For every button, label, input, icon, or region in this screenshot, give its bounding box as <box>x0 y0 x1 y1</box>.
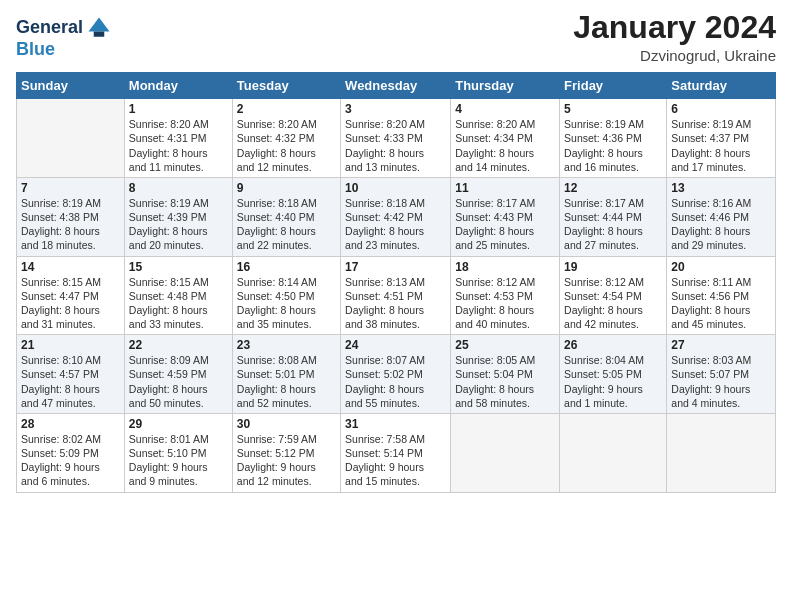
subtitle: Dzvinogrud, Ukraine <box>573 47 776 64</box>
calendar-cell: 11Sunrise: 8:17 AMSunset: 4:43 PMDayligh… <box>451 177 560 256</box>
day-info: Sunrise: 8:19 AMSunset: 4:37 PMDaylight:… <box>671 117 771 174</box>
calendar-cell: 7Sunrise: 8:19 AMSunset: 4:38 PMDaylight… <box>17 177 125 256</box>
day-info: Sunrise: 8:07 AMSunset: 5:02 PMDaylight:… <box>345 353 446 410</box>
weekday-header: Monday <box>124 73 232 99</box>
day-info: Sunrise: 8:03 AMSunset: 5:07 PMDaylight:… <box>671 353 771 410</box>
calendar-cell: 19Sunrise: 8:12 AMSunset: 4:54 PMDayligh… <box>560 256 667 335</box>
day-number: 26 <box>564 338 662 352</box>
day-info: Sunrise: 7:58 AMSunset: 5:14 PMDaylight:… <box>345 432 446 489</box>
day-number: 15 <box>129 260 228 274</box>
day-info: Sunrise: 8:20 AMSunset: 4:31 PMDaylight:… <box>129 117 228 174</box>
calendar-cell: 4Sunrise: 8:20 AMSunset: 4:34 PMDaylight… <box>451 99 560 178</box>
day-info: Sunrise: 8:08 AMSunset: 5:01 PMDaylight:… <box>237 353 336 410</box>
main-title: January 2024 <box>573 10 776 45</box>
day-number: 29 <box>129 417 228 431</box>
day-info: Sunrise: 8:13 AMSunset: 4:51 PMDaylight:… <box>345 275 446 332</box>
day-info: Sunrise: 8:05 AMSunset: 5:04 PMDaylight:… <box>455 353 555 410</box>
day-info: Sunrise: 8:02 AMSunset: 5:09 PMDaylight:… <box>21 432 120 489</box>
calendar-cell <box>667 413 776 492</box>
day-info: Sunrise: 8:15 AMSunset: 4:48 PMDaylight:… <box>129 275 228 332</box>
day-number: 7 <box>21 181 120 195</box>
calendar-cell: 21Sunrise: 8:10 AMSunset: 4:57 PMDayligh… <box>17 335 125 414</box>
calendar-cell: 13Sunrise: 8:16 AMSunset: 4:46 PMDayligh… <box>667 177 776 256</box>
calendar-cell: 20Sunrise: 8:11 AMSunset: 4:56 PMDayligh… <box>667 256 776 335</box>
day-info: Sunrise: 7:59 AMSunset: 5:12 PMDaylight:… <box>237 432 336 489</box>
calendar-cell: 9Sunrise: 8:18 AMSunset: 4:40 PMDaylight… <box>232 177 340 256</box>
day-number: 27 <box>671 338 771 352</box>
day-number: 11 <box>455 181 555 195</box>
calendar-cell: 17Sunrise: 8:13 AMSunset: 4:51 PMDayligh… <box>341 256 451 335</box>
calendar-row: 1Sunrise: 8:20 AMSunset: 4:31 PMDaylight… <box>17 99 776 178</box>
logo-text2: Blue <box>16 40 55 60</box>
page: General Blue January 2024 Dzvinogrud, Uk… <box>0 0 792 612</box>
calendar-cell: 6Sunrise: 8:19 AMSunset: 4:37 PMDaylight… <box>667 99 776 178</box>
day-number: 16 <box>237 260 336 274</box>
svg-rect-1 <box>94 32 105 37</box>
day-info: Sunrise: 8:20 AMSunset: 4:34 PMDaylight:… <box>455 117 555 174</box>
logo-text: General <box>16 18 83 38</box>
day-info: Sunrise: 8:20 AMSunset: 4:33 PMDaylight:… <box>345 117 446 174</box>
day-info: Sunrise: 8:11 AMSunset: 4:56 PMDaylight:… <box>671 275 771 332</box>
weekday-header: Wednesday <box>341 73 451 99</box>
calendar-cell: 16Sunrise: 8:14 AMSunset: 4:50 PMDayligh… <box>232 256 340 335</box>
calendar-cell: 2Sunrise: 8:20 AMSunset: 4:32 PMDaylight… <box>232 99 340 178</box>
day-number: 6 <box>671 102 771 116</box>
day-number: 1 <box>129 102 228 116</box>
calendar-cell: 18Sunrise: 8:12 AMSunset: 4:53 PMDayligh… <box>451 256 560 335</box>
logo: General Blue <box>16 14 113 60</box>
day-info: Sunrise: 8:12 AMSunset: 4:53 PMDaylight:… <box>455 275 555 332</box>
day-info: Sunrise: 8:14 AMSunset: 4:50 PMDaylight:… <box>237 275 336 332</box>
day-info: Sunrise: 8:20 AMSunset: 4:32 PMDaylight:… <box>237 117 336 174</box>
title-block: January 2024 Dzvinogrud, Ukraine <box>573 10 776 64</box>
day-number: 4 <box>455 102 555 116</box>
calendar-cell: 5Sunrise: 8:19 AMSunset: 4:36 PMDaylight… <box>560 99 667 178</box>
weekday-header: Thursday <box>451 73 560 99</box>
logo-icon <box>85 14 113 42</box>
calendar-cell: 25Sunrise: 8:05 AMSunset: 5:04 PMDayligh… <box>451 335 560 414</box>
calendar-cell: 10Sunrise: 8:18 AMSunset: 4:42 PMDayligh… <box>341 177 451 256</box>
day-number: 21 <box>21 338 120 352</box>
day-number: 10 <box>345 181 446 195</box>
calendar-cell: 15Sunrise: 8:15 AMSunset: 4:48 PMDayligh… <box>124 256 232 335</box>
calendar-row: 7Sunrise: 8:19 AMSunset: 4:38 PMDaylight… <box>17 177 776 256</box>
day-info: Sunrise: 8:09 AMSunset: 4:59 PMDaylight:… <box>129 353 228 410</box>
day-number: 30 <box>237 417 336 431</box>
calendar-cell: 14Sunrise: 8:15 AMSunset: 4:47 PMDayligh… <box>17 256 125 335</box>
day-info: Sunrise: 8:16 AMSunset: 4:46 PMDaylight:… <box>671 196 771 253</box>
day-number: 20 <box>671 260 771 274</box>
day-number: 18 <box>455 260 555 274</box>
weekday-header: Friday <box>560 73 667 99</box>
day-number: 2 <box>237 102 336 116</box>
day-info: Sunrise: 8:18 AMSunset: 4:42 PMDaylight:… <box>345 196 446 253</box>
day-number: 5 <box>564 102 662 116</box>
weekday-header: Tuesday <box>232 73 340 99</box>
calendar-cell: 28Sunrise: 8:02 AMSunset: 5:09 PMDayligh… <box>17 413 125 492</box>
day-number: 9 <box>237 181 336 195</box>
day-number: 23 <box>237 338 336 352</box>
header: General Blue January 2024 Dzvinogrud, Uk… <box>16 10 776 64</box>
day-number: 14 <box>21 260 120 274</box>
day-info: Sunrise: 8:19 AMSunset: 4:39 PMDaylight:… <box>129 196 228 253</box>
calendar-cell: 29Sunrise: 8:01 AMSunset: 5:10 PMDayligh… <box>124 413 232 492</box>
day-number: 31 <box>345 417 446 431</box>
day-info: Sunrise: 8:01 AMSunset: 5:10 PMDaylight:… <box>129 432 228 489</box>
calendar-cell: 1Sunrise: 8:20 AMSunset: 4:31 PMDaylight… <box>124 99 232 178</box>
calendar-cell <box>17 99 125 178</box>
day-number: 19 <box>564 260 662 274</box>
weekday-header: Sunday <box>17 73 125 99</box>
day-info: Sunrise: 8:17 AMSunset: 4:43 PMDaylight:… <box>455 196 555 253</box>
calendar-cell: 23Sunrise: 8:08 AMSunset: 5:01 PMDayligh… <box>232 335 340 414</box>
day-info: Sunrise: 8:15 AMSunset: 4:47 PMDaylight:… <box>21 275 120 332</box>
day-number: 3 <box>345 102 446 116</box>
header-row: SundayMondayTuesdayWednesdayThursdayFrid… <box>17 73 776 99</box>
day-number: 17 <box>345 260 446 274</box>
day-info: Sunrise: 8:18 AMSunset: 4:40 PMDaylight:… <box>237 196 336 253</box>
svg-marker-0 <box>89 18 110 32</box>
weekday-header: Saturday <box>667 73 776 99</box>
calendar-row: 14Sunrise: 8:15 AMSunset: 4:47 PMDayligh… <box>17 256 776 335</box>
calendar-cell: 26Sunrise: 8:04 AMSunset: 5:05 PMDayligh… <box>560 335 667 414</box>
day-info: Sunrise: 8:17 AMSunset: 4:44 PMDaylight:… <box>564 196 662 253</box>
day-number: 28 <box>21 417 120 431</box>
calendar-header: SundayMondayTuesdayWednesdayThursdayFrid… <box>17 73 776 99</box>
calendar-row: 21Sunrise: 8:10 AMSunset: 4:57 PMDayligh… <box>17 335 776 414</box>
